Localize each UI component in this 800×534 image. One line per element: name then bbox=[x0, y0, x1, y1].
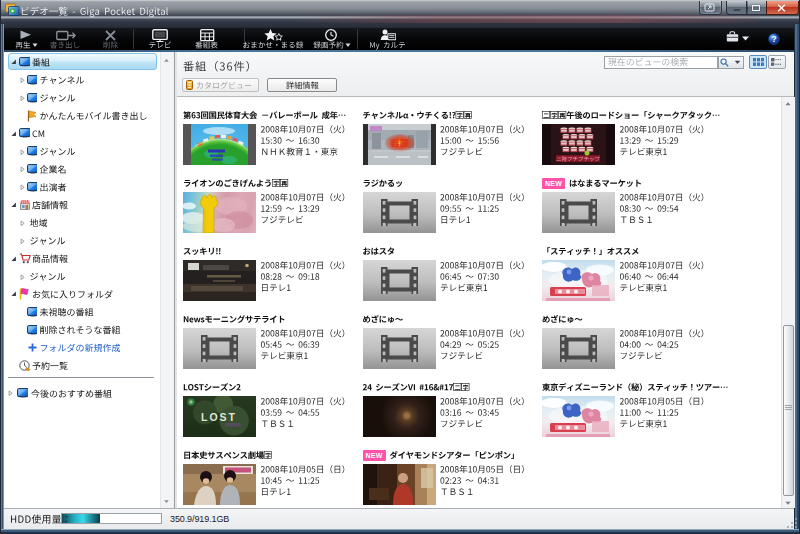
svg-text:?: ? bbox=[771, 34, 776, 44]
svg-text:LOST: LOST bbox=[201, 411, 237, 423]
